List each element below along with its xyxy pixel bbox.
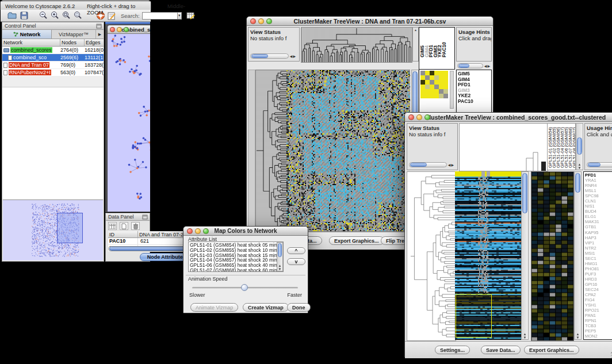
- zoom-heatmap-canvas[interactable]: [531, 171, 574, 341]
- attribute-listbox[interactable]: GPL51-01 (GSM854) heat shock 05 minGPL51…: [188, 242, 284, 272]
- scroll-up-down-icons[interactable]: ▲▼: [575, 332, 581, 339]
- minimize-button[interactable]: [416, 114, 422, 120]
- global-heatmap-canvas[interactable]: [455, 171, 521, 340]
- move-up-button[interactable]: ^: [287, 247, 305, 254]
- minimize-button[interactable]: [258, 18, 264, 24]
- dialog-titlebar[interactable]: Map Colors to Network: [183, 227, 308, 236]
- column-labels-scrollbar[interactable]: ▲▼: [576, 123, 583, 170]
- gene-label-list[interactable]: PFD1YRA1RNR4MSL1SPC98CLN1NIS1BUD4ELG1MAK…: [583, 171, 612, 340]
- network-table-row[interactable]: combined_sco2569(6)13112(15): [2, 54, 104, 62]
- gene-label[interactable]: PHO81: [584, 266, 612, 271]
- global-heatmap-canvas[interactable]: [286, 70, 410, 232]
- settings-button[interactable]: Settings...: [435, 346, 470, 354]
- birdseye-canvas[interactable]: [3, 200, 103, 260]
- tab-network[interactable]: Network: [2, 30, 52, 39]
- done-button[interactable]: Done: [287, 303, 311, 312]
- gene-label[interactable]: PEP5: [584, 328, 612, 334]
- zoom-button[interactable]: [203, 228, 209, 234]
- open-session-icon[interactable]: [7, 10, 17, 21]
- float-panel-icon[interactable]: [142, 214, 148, 221]
- gene-label[interactable]: TCB3: [584, 323, 612, 328]
- gene-label[interactable]: BUD4: [584, 209, 612, 214]
- dendrogram-scroll-strip[interactable]: ▴: [412, 27, 419, 62]
- column-label[interactable]: PAC10: [442, 42, 447, 58]
- column-labels-panel[interactable]: GPL51-01 (GSM854)GPL51-02 (GSM855)GPL51-…: [547, 123, 576, 170]
- network-table-row[interactable]: combined_scores2764(0)16218(0): [2, 47, 104, 54]
- attribute-browser-icon[interactable]: [186, 10, 196, 21]
- search-dropdown-icon[interactable]: ▼: [178, 12, 182, 20]
- attribute-list-scrollbar[interactable]: ▲▼: [277, 242, 283, 271]
- export-graphics-button[interactable]: Export Graphics...: [524, 346, 579, 354]
- minimize-button[interactable]: [195, 228, 201, 234]
- network-table-row[interactable]: DNA and Tran 07769(0)183728(0): [2, 62, 104, 69]
- save-session-icon[interactable]: [20, 10, 28, 21]
- gene-label[interactable]: NIS1: [584, 204, 612, 209]
- gene-label[interactable]: HRD3: [584, 277, 612, 282]
- scroll-up-down-icons[interactable]: ▲▼: [576, 163, 583, 170]
- heatmap-vscrollbar[interactable]: ▲▼: [521, 171, 529, 340]
- col-header-network[interactable]: Network: [2, 39, 60, 47]
- speed-slider-thumb[interactable]: [241, 284, 248, 291]
- new-attribute-icon[interactable]: [120, 222, 128, 230]
- tab-vizmapper[interactable]: VizMapper™: [52, 30, 95, 39]
- close-button[interactable]: [250, 18, 256, 24]
- gene-label[interactable]: GPI16: [584, 282, 612, 287]
- delete-attribute-trash-icon[interactable]: [131, 222, 140, 230]
- gene-label[interactable]: MSL1: [584, 188, 612, 193]
- gene-label[interactable]: RPO21: [584, 308, 612, 313]
- column-dendrogram-canvas[interactable]: [459, 123, 548, 171]
- zoom-button[interactable]: [424, 114, 430, 120]
- move-down-button[interactable]: v: [287, 258, 305, 265]
- row-dendrogram-canvas[interactable]: [407, 171, 456, 341]
- scroll-up-down-icons[interactable]: ▲▼: [277, 264, 282, 271]
- zoom-vscrollbar[interactable]: ▲▼: [574, 171, 582, 340]
- gene-label[interactable]: CLN1: [584, 198, 612, 204]
- gene-label[interactable]: RPN1: [584, 318, 612, 323]
- usage-hints-scrollbar[interactable]: [587, 162, 612, 167]
- gene-label[interactable]: SPC98: [584, 193, 612, 198]
- gene-label[interactable]: MON2: [584, 334, 612, 339]
- gene-label[interactable]: PAN1: [584, 313, 612, 318]
- animate-vizmap-button[interactable]: Animate Vizmap: [190, 303, 238, 312]
- zoom-fit-icon[interactable]: [62, 10, 71, 21]
- gene-label[interactable]: VIP1: [584, 240, 612, 246]
- gene-label[interactable]: ELG1: [584, 214, 612, 219]
- view-status-scrollbar[interactable]: ◀▶: [409, 162, 454, 167]
- column-labels-panel[interactable]: GIM5GIM4PFD1GIM3YKE2PAC10: [419, 27, 455, 70]
- usage-hints-scrollbar[interactable]: ◀▶: [457, 63, 491, 68]
- gene-label[interactable]: YRA1: [584, 178, 612, 183]
- gene-label[interactable]: HMG1: [584, 261, 612, 266]
- close-button[interactable]: [110, 27, 115, 32]
- zoom-selected-icon[interactable]: [73, 10, 82, 21]
- zoom-out-icon[interactable]: [39, 10, 48, 21]
- gene-label[interactable]: SEC24: [584, 287, 612, 292]
- network-view-window[interactable]: combined_scores_good.txt--cluste...: [107, 25, 150, 212]
- birdseye-view[interactable]: [3, 200, 103, 260]
- zoom-button[interactable]: [266, 18, 272, 24]
- gene-label[interactable]: PFD1: [584, 173, 612, 178]
- scroll-left-right-icons[interactable]: ◀▶: [447, 163, 454, 167]
- attr-col-id[interactable]: ID: [108, 231, 138, 238]
- gene-label[interactable]: YSH1: [584, 302, 612, 308]
- treeview-dna-titlebar[interactable]: ClusterMaker TreeView : DNA and Tran 07-…: [247, 17, 493, 26]
- gene-label[interactable]: KAP95: [584, 230, 612, 235]
- gene-label[interactable]: PAC10: [457, 99, 491, 105]
- close-button[interactable]: [408, 114, 414, 120]
- network-table-row[interactable]: RNAPuberNov2+I563(0)107847(0): [2, 69, 104, 76]
- row-dendrogram-canvas[interactable]: [255, 70, 288, 232]
- save-data-button[interactable]: Save Data...: [481, 346, 521, 354]
- submatrix-scroll-strip[interactable]: [450, 71, 454, 109]
- close-button[interactable]: [187, 228, 193, 234]
- select-attributes-icon[interactable]: [108, 222, 117, 230]
- network-canvas[interactable]: [108, 34, 150, 212]
- col-header-nodes[interactable]: Nodes: [60, 39, 85, 47]
- zoom-in-icon[interactable]: [50, 10, 59, 21]
- gene-label[interactable]: FIG4: [584, 297, 612, 302]
- view-status-scrollbar[interactable]: ◀▶: [250, 53, 296, 59]
- zoom-button[interactable]: [124, 27, 129, 32]
- scroll-left-right-icons[interactable]: ◀▶: [483, 64, 491, 68]
- gene-label[interactable]: MSI1: [584, 251, 612, 256]
- correlation-submatrix[interactable]: [420, 71, 448, 98]
- scroll-left-right-icons[interactable]: ◀▶: [289, 54, 296, 58]
- gene-label[interactable]: RNR4: [584, 183, 612, 188]
